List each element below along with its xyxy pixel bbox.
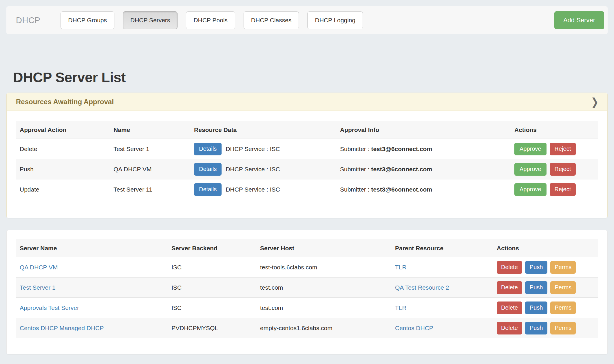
details-button[interactable]: Details	[194, 143, 222, 155]
submitter-email: test3@6connect.com	[371, 166, 432, 172]
approval-table: Approval Action Name Resource Data Appro…	[16, 121, 598, 200]
col-server-name: Server Name	[16, 239, 167, 257]
resource-data-cell: Details DHCP Service : ISC	[190, 139, 336, 159]
push-button[interactable]: Push	[525, 261, 548, 274]
tab-dhcp-classes[interactable]: DHCP Classes	[244, 11, 299, 29]
server-actions-cell: DeletePushPerms	[493, 277, 598, 298]
tab-dhcp-groups[interactable]: DHCP Groups	[61, 11, 114, 29]
server-host-cell: test.com	[256, 298, 391, 318]
details-button[interactable]: Details	[194, 183, 222, 196]
tab-dhcp-pools[interactable]: DHCP Pools	[186, 11, 235, 29]
perms-button[interactable]: Perms	[550, 261, 576, 274]
col-server-backend: Server Backend	[167, 239, 256, 257]
approval-name-cell: QA DHCP VM	[109, 159, 190, 179]
server-backend-cell: PVDHCPMYSQL	[167, 318, 256, 338]
perms-button[interactable]: Perms	[550, 281, 576, 294]
server-host-cell: empty-centos1.6clabs.com	[256, 318, 391, 338]
col-approval-info: Approval Info	[336, 121, 510, 139]
perms-button[interactable]: Perms	[550, 302, 576, 314]
server-host-cell: test.com	[256, 277, 391, 298]
tab-dhcp-logging[interactable]: DHCP Logging	[307, 11, 363, 29]
dhcp-tab-group: DHCP Groups DHCP Servers DHCP Pools DHCP…	[61, 11, 363, 29]
resource-data-cell: Details DHCP Service : ISC	[190, 179, 336, 200]
approval-info-cell: Submitter : test3@6connect.com	[336, 179, 510, 200]
page-title: DHCP Server List	[13, 69, 126, 85]
tab-dhcp-servers[interactable]: DHCP Servers	[123, 11, 178, 29]
approve-button[interactable]: Approve	[514, 143, 547, 155]
submitter-label: Submitter :	[340, 166, 370, 172]
server-backend-cell: ISC	[167, 298, 256, 318]
dhcp-toolbar: DHCP DHCP Groups DHCP Servers DHCP Pools…	[6, 6, 608, 34]
approval-panel-title: Resources Awaiting Approval	[16, 98, 114, 106]
col-actions: Actions	[510, 121, 598, 139]
approval-row: Push QA DHCP VM Details DHCP Service : I…	[16, 159, 598, 179]
server-row: Centos DHCP Managed DHCP PVDHCPMYSQL emp…	[16, 318, 598, 338]
approval-info-cell: Submitter : test3@6connect.com	[336, 159, 510, 179]
approval-info-cell: Submitter : test3@6connect.com	[336, 139, 510, 159]
server-actions-cell: DeletePushPerms	[493, 318, 598, 338]
approval-action-cell: Push	[16, 159, 109, 179]
server-actions-cell: DeletePushPerms	[493, 257, 598, 277]
reject-button[interactable]: Reject	[550, 183, 576, 196]
details-button[interactable]: Details	[194, 163, 222, 176]
submitter-email: test3@6connect.com	[371, 146, 432, 152]
approval-actions-cell: ApproveReject	[510, 159, 598, 179]
delete-button[interactable]: Delete	[497, 322, 522, 334]
chevron-right-icon[interactable]: ❯	[591, 96, 599, 107]
approval-actions-cell: ApproveReject	[510, 139, 598, 159]
approval-row: Update Test Server 11 Details DHCP Servi…	[16, 179, 598, 200]
approval-action-cell: Delete	[16, 139, 109, 159]
resource-data-text: DHCP Service : ISC	[226, 166, 280, 173]
server-row: Test Server 1 ISC test.com QA Test Resou…	[16, 277, 598, 298]
resource-data-cell: Details DHCP Service : ISC	[190, 159, 336, 179]
server-name-link[interactable]: Test Server 1	[20, 284, 56, 291]
server-table-header-row: Server Name Server Backend Server Host P…	[16, 239, 598, 257]
server-row: Approvals Test Server ISC test.com TLR D…	[16, 298, 598, 318]
server-row: QA DHCP VM ISC test-tools.6clabs.com TLR…	[16, 257, 598, 277]
col-resource-data: Resource Data	[190, 121, 336, 139]
approve-button[interactable]: Approve	[514, 163, 547, 176]
server-backend-cell: ISC	[167, 277, 256, 298]
push-button[interactable]: Push	[525, 322, 548, 334]
dhcp-section-label: DHCP	[16, 16, 40, 25]
approval-name-cell: Test Server 1	[109, 139, 190, 159]
server-name-link[interactable]: Approvals Test Server	[20, 304, 79, 311]
delete-button[interactable]: Delete	[497, 281, 522, 294]
reject-button[interactable]: Reject	[550, 143, 576, 155]
approval-name-cell: Test Server 11	[109, 179, 190, 200]
submitter-email: test3@6connect.com	[371, 186, 432, 193]
resource-data-text: DHCP Service : ISC	[226, 146, 280, 152]
parent-resource-link[interactable]: QA Test Resource 2	[395, 284, 449, 291]
resource-data-text: DHCP Service : ISC	[226, 186, 280, 193]
dhcp-server-list-panel: Server Name Server Backend Server Host P…	[6, 230, 608, 354]
col-name: Name	[109, 121, 190, 139]
approval-action-cell: Update	[16, 179, 109, 200]
col-approval-action: Approval Action	[16, 121, 109, 139]
approval-panel-header[interactable]: Resources Awaiting Approval ❯	[7, 93, 607, 111]
server-backend-cell: ISC	[167, 257, 256, 277]
delete-button[interactable]: Delete	[497, 261, 522, 274]
col-server-actions: Actions	[493, 239, 598, 257]
approval-row: Delete Test Server 1 Details DHCP Servic…	[16, 139, 598, 159]
parent-resource-link[interactable]: TLR	[395, 304, 407, 311]
submitter-label: Submitter :	[340, 146, 370, 152]
parent-resource-link[interactable]: Centos DHCP	[395, 325, 433, 331]
parent-resource-link[interactable]: TLR	[395, 264, 407, 271]
approval-table-header-row: Approval Action Name Resource Data Appro…	[16, 121, 598, 139]
submitter-label: Submitter :	[340, 186, 370, 193]
resources-awaiting-approval-panel: Resources Awaiting Approval ❯ Approval A…	[6, 93, 608, 218]
approval-actions-cell: ApproveReject	[510, 179, 598, 200]
perms-button[interactable]: Perms	[550, 322, 576, 334]
approve-button[interactable]: Approve	[514, 183, 547, 196]
delete-button[interactable]: Delete	[497, 302, 522, 314]
col-server-host: Server Host	[256, 239, 391, 257]
server-name-link[interactable]: Centos DHCP Managed DHCP	[20, 325, 104, 331]
push-button[interactable]: Push	[525, 302, 548, 314]
push-button[interactable]: Push	[525, 281, 548, 294]
server-list-table: Server Name Server Backend Server Host P…	[16, 239, 598, 338]
server-actions-cell: DeletePushPerms	[493, 298, 598, 318]
reject-button[interactable]: Reject	[550, 163, 576, 176]
server-name-link[interactable]: QA DHCP VM	[20, 264, 58, 271]
server-host-cell: test-tools.6clabs.com	[256, 257, 391, 277]
add-server-button[interactable]: Add Server	[554, 11, 604, 29]
